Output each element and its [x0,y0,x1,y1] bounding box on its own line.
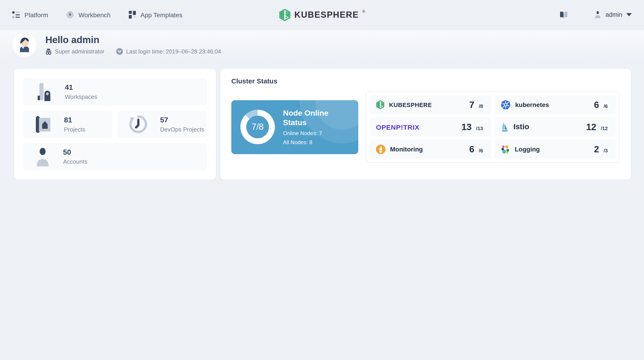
nav-item-workbench[interactable]: Workbench [66,11,110,18]
nav-app-templates-label: App Templates [140,11,182,18]
openpitrix-component-total: /13 [476,126,483,131]
devops-projects-stat[interactable]: 57 DevOps Projects [118,110,207,138]
prometheus-icon [376,144,386,154]
online-nodes-label: Online Nodes: 7 [283,130,342,137]
nav-item-app-templates[interactable]: App Templates [128,11,182,18]
monitoring-total: /6 [479,148,483,153]
component-monitoring[interactable]: Monitoring 6 /6 [370,140,491,159]
clock-icon [116,48,123,55]
kubesphere-mini-logo-icon [376,100,384,109]
app-templates-icon [128,11,136,18]
node-status-title: Node Online Status [283,108,342,128]
monitoring-value: 6 [469,144,474,154]
kubernetes-icon [501,100,511,110]
devops-label: DevOps Projects [160,126,204,132]
kubesphere-dashboard: Platform Workbench App Templates KUBESPH… [0,0,644,180]
openpitrix-wordmark: OPENP!TRIX [376,123,419,131]
accounts-icon [35,147,50,166]
main-content: 41 Workspaces 81 Projects [0,60,644,180]
nav-left: Platform Workbench App Templates [12,11,182,18]
projects-label: Projects [64,126,85,132]
nav-item-platform[interactable]: Platform [12,11,48,18]
kubesphere-component-value: 7 [469,100,474,110]
top-nav: Platform Workbench App Templates KUBESPH… [0,0,644,30]
kubesphere-logo-icon [279,8,291,21]
component-istio[interactable]: Istio 12 /12 [494,118,616,136]
chevron-down-icon [626,13,632,16]
user-menu[interactable]: admin [594,11,632,18]
workspaces-label: Workspaces [65,94,97,100]
istio-value: 12 [586,122,596,132]
docs-book-icon[interactable] [560,11,568,18]
cluster-status-title: Cluster Status [231,77,620,85]
kubernetes-label: kubernetes [515,101,549,108]
components-grid: KUBESPHERE 7 /8 OPENP!TRIX 13 /13 [366,91,620,163]
accounts-count: 50 [63,148,87,156]
logging-label: Logging [515,146,540,153]
avatar[interactable] [14,34,35,56]
elastic-logging-icon [501,144,510,154]
username-label: admin [606,11,622,18]
monitoring-label: Monitoring [390,146,423,153]
role-icon [45,48,52,55]
logging-value: 2 [594,144,599,154]
role-item: Super administrator [45,48,104,55]
role-label: Super administrator [55,48,104,55]
kubesphere-wordmark: KUBESPHERE [294,10,359,20]
workspaces-stat[interactable]: 41 Workspaces [23,78,207,106]
component-kubesphere[interactable]: KUBESPHERE 7 /8 [370,95,491,114]
accounts-stat[interactable]: 50 Accounts [23,143,207,170]
accounts-label: Accounts [63,158,87,165]
devops-history-icon [129,115,148,133]
kubesphere-logo[interactable]: KUBESPHERE ® [279,0,365,30]
kubernetes-total: /6 [604,104,608,109]
user-icon [594,11,601,18]
node-online-status-card: 7/8 Node Online Status Online Nodes: 7 A… [231,100,358,154]
workspaces-icon [35,82,52,101]
last-login-label: Last login time: 2019–06–28 23:46:04 [126,48,221,55]
nav-right: admin [560,11,632,18]
component-kubernetes[interactable]: kubernetes 6 /6 [494,95,616,114]
workbench-gauge-icon [66,11,74,18]
overview-stats-card: 41 Workspaces 81 Projects [14,69,216,180]
last-login-item: Last login time: 2019–06–28 23:46:04 [116,48,221,55]
workspaces-count: 41 [65,84,97,92]
all-nodes-label: All Nodes: 8 [283,140,342,146]
nav-platform-label: Platform [24,11,48,18]
istio-label: Istio [514,122,529,132]
kubesphere-component-label: KUBESPHERE [389,101,432,108]
kubesphere-component-total: /8 [479,104,483,109]
greeting-title: Hello admin [45,34,221,45]
openpitrix-component-value: 13 [462,122,472,132]
logging-total: /3 [604,148,608,153]
component-logging[interactable]: Logging 2 /3 [494,140,616,159]
registered-mark: ® [362,10,365,14]
kubernetes-value: 6 [594,100,599,110]
devops-count: 57 [160,116,204,124]
component-openpitrix[interactable]: OPENP!TRIX 13 /13 [370,118,491,136]
node-status-donut: 7/8 [240,110,275,144]
node-status-ratio: 7/8 [240,110,275,144]
istio-icon [501,122,509,132]
projects-count: 81 [64,116,85,124]
projects-icon [35,115,51,133]
istio-total: /12 [601,126,608,131]
banner-meta: Super administrator Last login time: 201… [45,48,221,55]
banner-text: Hello admin Super administrator Last log… [45,34,221,55]
projects-stat[interactable]: 81 Projects [23,110,112,138]
cluster-status-card: Cluster Status 7/8 Node Online Status On… [220,69,631,180]
nav-workbench-label: Workbench [78,11,110,18]
platform-icon [12,11,20,18]
welcome-banner: Hello admin Super administrator Last log… [0,30,644,60]
